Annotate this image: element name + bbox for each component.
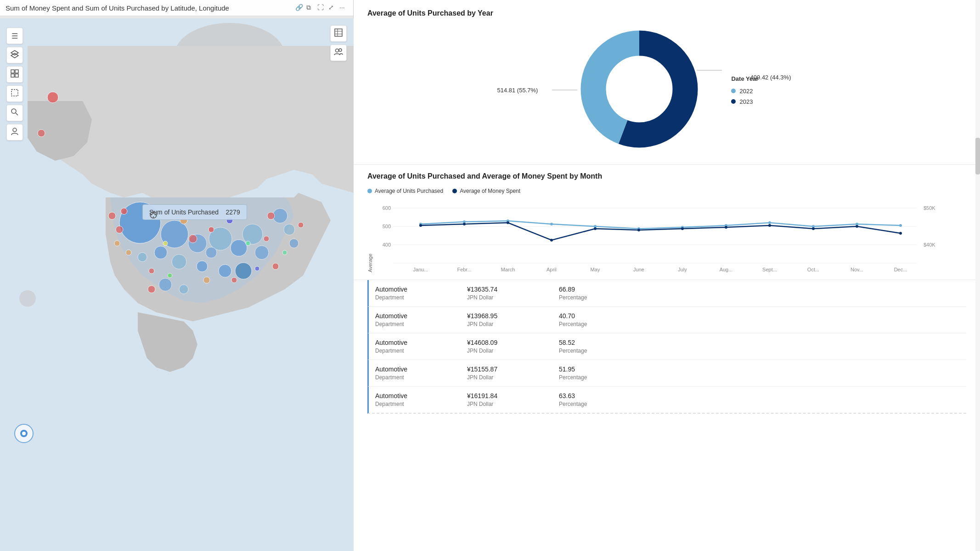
svg-point-26 — [116, 226, 123, 233]
search-button[interactable] — [6, 105, 23, 121]
more-icon[interactable]: ··· — [339, 4, 348, 12]
tooltip-label: Sum of Units Purchased — [149, 208, 219, 216]
person-button[interactable] — [6, 124, 23, 141]
svg-text:Nov...: Nov... — [850, 267, 863, 272]
svg-text:Oct...: Oct... — [807, 267, 819, 272]
svg-point-22 — [163, 241, 168, 246]
map-title-icons: 🔗 ⧉ ⛶ ⤢ ··· — [295, 4, 348, 12]
svg-point-34 — [126, 250, 131, 255]
donut-chart-svg — [575, 25, 704, 153]
scrollbar-thumb[interactable] — [975, 138, 980, 174]
cell-pct-4: 51.95 — [559, 365, 632, 373]
table-cell-amount-4: ¥15155.87 JPN Dollar — [467, 365, 559, 381]
svg-point-102 — [637, 229, 640, 231]
map-toolbar-left: ☰ — [6, 28, 23, 141]
svg-point-17 — [121, 208, 127, 214]
table-cell-amount-1: ¥13635.74 JPN Dollar — [467, 286, 559, 301]
svg-text:March: March — [501, 267, 515, 272]
search-icon — [11, 108, 19, 118]
location-dot[interactable] — [14, 423, 34, 445]
svg-rect-52 — [15, 74, 18, 77]
svg-point-28 — [168, 273, 172, 278]
svg-point-43 — [47, 92, 58, 103]
layers-button[interactable] — [6, 47, 23, 63]
table-row: Automotive Department ¥14608.09 JPN Doll… — [367, 333, 966, 360]
map-background[interactable] — [0, 18, 353, 551]
users-button[interactable] — [330, 45, 347, 61]
svg-rect-49 — [11, 70, 14, 73]
cell-unit-5: Percentage — [559, 401, 632, 407]
donut-legend-2023-label: 2023 — [739, 98, 753, 105]
svg-point-9 — [255, 246, 269, 259]
cell-amount-1: ¥13635.74 — [467, 286, 559, 293]
cell-currency-4: JPN Dollar — [467, 374, 559, 381]
legend-money-label: Average of Money Spent — [460, 188, 520, 194]
table-cell-category-5: Automotive Department — [375, 392, 467, 407]
select-icon — [11, 89, 19, 99]
cell-amount-2: ¥13968.95 — [467, 312, 559, 320]
donut-chart-wrapper: 514.81 (55.7%) 409.42 (44.3%) — [575, 25, 704, 155]
svg-text:500: 500 — [383, 224, 391, 229]
legend-money: Average of Money Spent — [452, 188, 520, 194]
cell-cat-1: Automotive — [375, 286, 467, 293]
menu-icon: ☰ — [11, 32, 18, 40]
svg-point-31 — [255, 266, 259, 271]
svg-rect-53 — [11, 90, 18, 96]
svg-text:$40K: $40K — [924, 242, 935, 247]
svg-point-100 — [550, 239, 553, 242]
svg-point-24 — [246, 241, 250, 246]
table-cell-pct-5: 63.63 Percentage — [559, 392, 632, 407]
donut-legend-2022-dot — [731, 89, 736, 93]
svg-text:400: 400 — [383, 242, 391, 247]
svg-point-62 — [339, 49, 342, 51]
copy-icon[interactable]: ⧉ — [306, 4, 315, 12]
cell-cat-4: Automotive — [375, 365, 467, 373]
tooltip-value: 2279 — [226, 208, 240, 216]
table-button[interactable] — [330, 25, 347, 42]
cell-amount-3: ¥14608.09 — [467, 339, 559, 346]
svg-point-23 — [189, 235, 197, 243]
cell-sub-4: Department — [375, 374, 467, 381]
table-cell-amount-5: ¥16191.84 JPN Dollar — [467, 392, 559, 407]
popout-icon[interactable]: ⤢ — [328, 4, 337, 12]
users-icon — [334, 47, 343, 58]
svg-point-32 — [272, 263, 279, 270]
svg-point-16 — [206, 247, 217, 258]
table-row: Automotive Department ¥13968.95 JPN Doll… — [367, 307, 966, 333]
link-icon[interactable]: 🔗 — [295, 4, 304, 12]
cell-pct-1: 66.89 — [559, 286, 632, 293]
menu-button[interactable]: ☰ — [6, 28, 23, 44]
table-cell-pct-1: 66.89 Percentage — [559, 286, 632, 301]
donut-section: Average of Units Purchased by Year 514.8… — [354, 0, 980, 165]
cell-sub-5: Department — [375, 401, 467, 407]
map-title-text: Sum of Money Spent and Sum of Units Purc… — [6, 4, 229, 12]
cell-sub-3: Department — [375, 348, 467, 354]
legend-money-dot — [452, 189, 457, 193]
svg-point-46 — [114, 241, 120, 246]
cell-amount-4: ¥15155.87 — [467, 365, 559, 373]
svg-line-55 — [16, 113, 18, 115]
legend-units-dot — [367, 189, 372, 193]
svg-marker-47 — [11, 51, 18, 55]
svg-point-38 — [267, 212, 275, 219]
svg-point-12 — [154, 246, 167, 259]
grid-button[interactable] — [6, 66, 23, 83]
select-button[interactable] — [6, 85, 23, 102]
line-chart-legend: Average of Units Purchased Average of Mo… — [367, 188, 966, 194]
donut-container: 514.81 (55.7%) 409.42 (44.3%) Dat — [367, 25, 966, 155]
expand-icon[interactable]: ⛶ — [317, 4, 326, 12]
svg-point-107 — [856, 225, 858, 228]
svg-point-14 — [219, 264, 231, 277]
table-cell-amount-3: ¥14608.09 JPN Dollar — [467, 339, 559, 354]
svg-text:Febr...: Febr... — [457, 267, 471, 272]
line-chart-section: Average of Units Purchased and Average o… — [354, 165, 980, 280]
svg-point-99 — [507, 221, 509, 224]
map-panel: Sum of Money Spent and Sum of Units Purc… — [0, 0, 354, 551]
donut-legend-2023: 2023 — [731, 98, 758, 105]
svg-point-27 — [149, 268, 154, 274]
scrollbar-track[interactable] — [975, 0, 980, 551]
map-toolbar-right — [330, 25, 347, 61]
svg-point-30 — [231, 277, 237, 283]
svg-point-36 — [284, 224, 295, 235]
svg-text:Aug...: Aug... — [720, 267, 733, 272]
